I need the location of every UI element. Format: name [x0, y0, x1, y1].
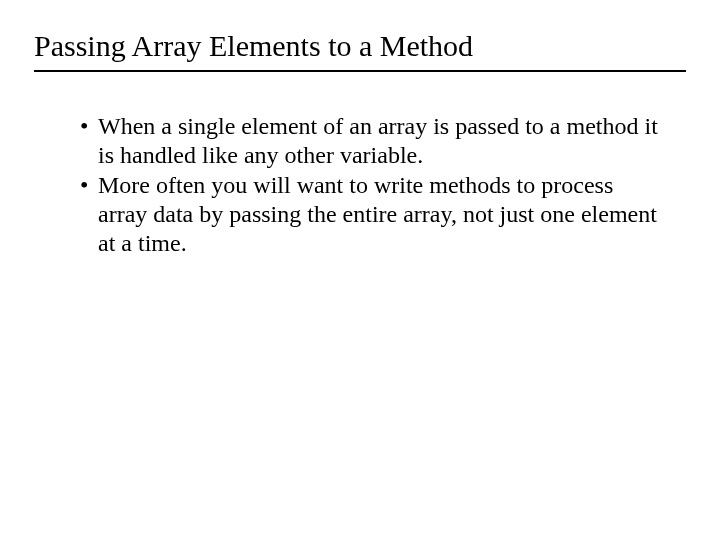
bullet-text: When a single element of an array is pas… — [98, 112, 666, 171]
slide: Passing Array Elements to a Method • Whe… — [0, 0, 720, 540]
bullet-item: • When a single element of an array is p… — [80, 112, 666, 171]
bullet-item: • More often you will want to write meth… — [80, 171, 666, 259]
bullet-glyph: • — [80, 112, 98, 171]
bullet-glyph: • — [80, 171, 98, 259]
slide-body: • When a single element of an array is p… — [34, 112, 686, 258]
title-underline — [34, 70, 686, 72]
slide-title: Passing Array Elements to a Method — [34, 28, 686, 64]
bullet-text: More often you will want to write method… — [98, 171, 666, 259]
